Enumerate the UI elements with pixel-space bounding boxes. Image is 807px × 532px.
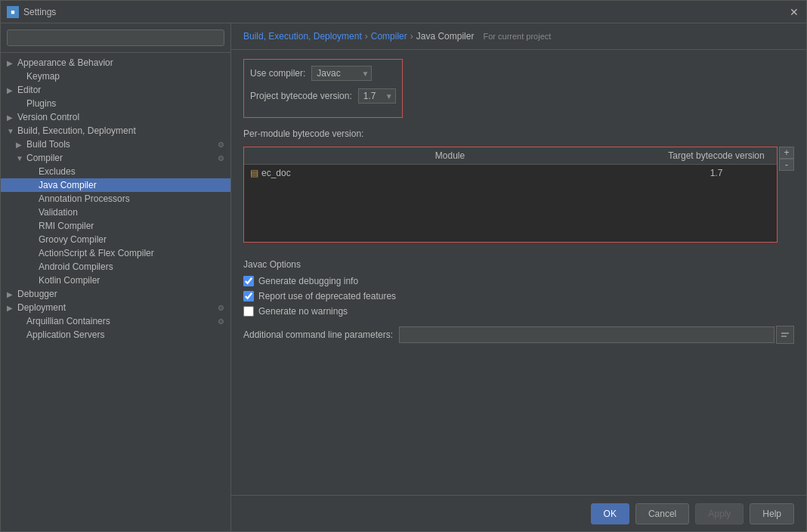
content-area: ▶ Appearance & Behavior Keymap ▶ Editor … xyxy=(1,23,806,531)
params-input[interactable] xyxy=(399,326,775,343)
version-table-container: Module Target bytecode version ▤ ec_doc … xyxy=(243,147,778,243)
table-row[interactable]: ▤ ec_doc 1.7 xyxy=(244,165,777,181)
expand-arrow: ▶ xyxy=(7,290,16,298)
per-module-label: Per-module bytecode version: xyxy=(243,128,363,139)
breadcrumb-sep2: › xyxy=(410,31,413,42)
ok-button[interactable]: OK xyxy=(591,503,629,524)
expand-arrow: ▶ xyxy=(7,113,16,122)
bytecode-version-row: Project bytecode version: 1.7 ▼ xyxy=(250,88,396,104)
deprecated-checkbox-row: Report use of deprecated features xyxy=(243,291,794,302)
params-browse-button[interactable] xyxy=(776,326,794,344)
compiler-select[interactable]: Javac xyxy=(311,66,372,81)
sidebar-item-editor[interactable]: ▶ Editor xyxy=(1,83,230,97)
insert-var-icon xyxy=(781,330,790,339)
debug-checkbox-row: Generate debugging info xyxy=(243,276,794,286)
help-button[interactable]: Help xyxy=(750,503,794,524)
sidebar-item-deployment[interactable]: ▶ Deployment ⚙ xyxy=(1,301,230,314)
no-warnings-label: Generate no warnings xyxy=(258,306,348,317)
expand-arrow: ▶ xyxy=(7,304,16,312)
deprecated-label: Report use of deprecated features xyxy=(258,291,396,302)
table-header: Module Target bytecode version xyxy=(244,147,777,165)
compiler-select-wrapper: Javac ▼ xyxy=(311,66,372,81)
breadcrumb: Build, Execution, Deployment › Compiler … xyxy=(231,23,806,50)
bytecode-label: Project bytecode version: xyxy=(250,91,352,101)
version-cell: 1.7 xyxy=(656,165,777,181)
per-module-row: Per-module bytecode version: xyxy=(243,128,794,139)
sidebar: ▶ Appearance & Behavior Keymap ▶ Editor … xyxy=(1,23,231,531)
use-compiler-label: Use compiler: xyxy=(250,68,305,79)
expand-arrow: ▼ xyxy=(7,127,16,135)
sidebar-item-validation[interactable]: Validation xyxy=(1,206,230,219)
settings-tree: ▶ Appearance & Behavior Keymap ▶ Editor … xyxy=(1,53,230,531)
expand-arrow: ▶ xyxy=(16,141,25,149)
sidebar-item-version-control[interactable]: ▶ Version Control xyxy=(1,110,230,124)
search-input[interactable] xyxy=(7,29,224,46)
bytecode-select[interactable]: 1.7 xyxy=(358,88,396,104)
cancel-button[interactable]: Cancel xyxy=(635,503,689,524)
debug-label: Generate debugging info xyxy=(258,276,358,286)
remove-module-button[interactable]: - xyxy=(779,159,794,171)
table-buttons: + - xyxy=(779,147,794,171)
sidebar-item-arquillian[interactable]: Arquillian Containers ⚙ xyxy=(1,314,230,328)
breadcrumb-compiler[interactable]: Compiler xyxy=(371,31,407,42)
sidebar-item-android-compilers[interactable]: Android Compilers xyxy=(1,260,230,274)
breadcrumb-note: For current project xyxy=(483,32,551,41)
sidebar-item-plugins[interactable]: Plugins xyxy=(1,97,230,110)
bottom-bar: OK Cancel Apply Help xyxy=(231,495,806,531)
no-warnings-checkbox-row: Generate no warnings xyxy=(243,306,794,317)
gear-icon: ⚙ xyxy=(218,304,224,312)
breadcrumb-build[interactable]: Build, Execution, Deployment xyxy=(243,31,362,42)
sidebar-item-application-servers[interactable]: Application Servers xyxy=(1,328,230,342)
sidebar-item-build-tools[interactable]: ▶ Build Tools ⚙ xyxy=(1,138,230,151)
target-header: Target bytecode version xyxy=(656,147,777,164)
params-row: Additional command line parameters: xyxy=(243,326,794,344)
javac-options-title: Javac Options xyxy=(243,259,794,270)
search-box xyxy=(1,23,230,53)
module-table: Module Target bytecode version ▤ ec_doc … xyxy=(243,147,778,250)
module-header: Module xyxy=(244,147,656,164)
no-warnings-checkbox[interactable] xyxy=(243,306,254,317)
sidebar-item-annotation-processors[interactable]: Annotation Processors xyxy=(1,192,230,206)
module-table-section: Module Target bytecode version ▤ ec_doc … xyxy=(243,147,794,250)
breadcrumb-sep1: › xyxy=(365,31,368,42)
params-label: Additional command line parameters: xyxy=(243,329,393,340)
add-module-button[interactable]: + xyxy=(779,147,794,159)
window-title: Settings xyxy=(23,7,788,17)
debug-checkbox[interactable] xyxy=(243,276,254,286)
settings-window: ■ Settings ✕ ▶ Appearance & Behavior Key… xyxy=(0,0,807,532)
sidebar-item-build-exec-deploy[interactable]: ▼ Build, Execution, Deployment xyxy=(1,124,230,138)
sidebar-item-keymap[interactable]: Keymap xyxy=(1,70,230,83)
sidebar-item-java-compiler[interactable]: Java Compiler xyxy=(1,178,230,192)
main-panel: Build, Execution, Deployment › Compiler … xyxy=(231,23,806,531)
bytecode-select-wrapper: 1.7 ▼ xyxy=(358,88,396,104)
sidebar-item-debugger[interactable]: ▶ Debugger xyxy=(1,287,230,301)
expand-arrow: ▼ xyxy=(16,154,25,162)
gear-icon: ⚙ xyxy=(218,141,224,149)
expand-arrow: ▶ xyxy=(7,59,16,67)
sidebar-item-kotlin-compiler[interactable]: Kotlin Compiler xyxy=(1,274,230,287)
sidebar-item-groovy-compiler[interactable]: Groovy Compiler xyxy=(1,233,230,246)
gear-icon: ⚙ xyxy=(218,154,224,162)
panel-content: Use compiler: Javac ▼ Project bytecode v… xyxy=(231,50,806,495)
close-button[interactable]: ✕ xyxy=(788,6,800,18)
use-compiler-row: Use compiler: Javac ▼ xyxy=(250,66,396,81)
gear-icon: ⚙ xyxy=(218,317,224,326)
breadcrumb-current: Java Compiler xyxy=(416,31,475,42)
compiler-settings-box: Use compiler: Javac ▼ Project bytecode v… xyxy=(243,59,403,118)
title-bar: ■ Settings ✕ xyxy=(1,1,806,23)
sidebar-item-appearance[interactable]: ▶ Appearance & Behavior xyxy=(1,56,230,70)
svg-rect-0 xyxy=(781,332,789,334)
deprecated-checkbox[interactable] xyxy=(243,291,254,302)
apply-button[interactable]: Apply xyxy=(695,503,744,524)
sidebar-item-rmi-compiler[interactable]: RMI Compiler xyxy=(1,219,230,233)
app-icon: ■ xyxy=(7,6,19,18)
sidebar-item-actionscript-flex[interactable]: ActionScript & Flex Compiler xyxy=(1,246,230,260)
table-empty-space xyxy=(244,181,777,242)
module-name: ec_doc xyxy=(261,168,291,178)
expand-arrow: ▶ xyxy=(7,86,16,94)
sidebar-item-compiler[interactable]: ▼ Compiler ⚙ xyxy=(1,151,230,165)
module-cell: ▤ ec_doc xyxy=(244,165,656,181)
svg-rect-1 xyxy=(781,336,787,337)
folder-icon: ▤ xyxy=(250,168,258,178)
sidebar-item-excludes[interactable]: Excludes xyxy=(1,165,230,178)
